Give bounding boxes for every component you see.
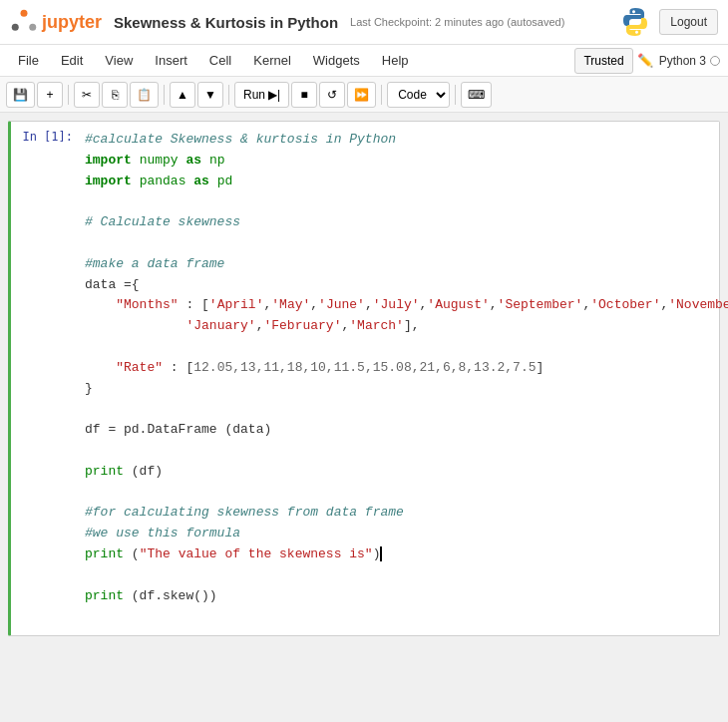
run-button[interactable]: Run ▶| bbox=[234, 82, 289, 108]
save-icon: 💾 bbox=[13, 88, 28, 102]
month-apr: 'April' bbox=[209, 297, 264, 312]
month-mar: 'March' bbox=[349, 318, 404, 333]
import-keyword-1: import bbox=[85, 153, 132, 168]
kernel-info: Python 3 bbox=[659, 54, 720, 68]
cell-type-select[interactable]: Code bbox=[387, 82, 450, 108]
svg-point-1 bbox=[29, 24, 36, 31]
print-skew-str: print ("The value of the skewness is") bbox=[85, 546, 382, 561]
plus-icon: + bbox=[46, 88, 53, 102]
month-may: 'May' bbox=[271, 297, 310, 312]
main-content: In [1]: #calculate Skewness & kurtosis i… bbox=[0, 113, 728, 722]
notebook-title: Skewness & Kurtosis in Python bbox=[114, 14, 338, 31]
topbar: jupyter Skewness & Kurtosis in Python La… bbox=[0, 0, 728, 45]
menu-view[interactable]: View bbox=[95, 49, 143, 72]
keyboard-shortcuts-button[interactable]: ⌨ bbox=[461, 82, 492, 108]
as-keyword-1: as bbox=[185, 153, 201, 168]
autosaved-text: (autosaved) bbox=[507, 16, 564, 28]
menubar-right: Trusted ✏️ Python 3 bbox=[574, 48, 720, 74]
comment-line-5: #we use this formula bbox=[85, 526, 240, 541]
move-down-button[interactable]: ▼ bbox=[197, 82, 223, 108]
menu-kernel[interactable]: Kernel bbox=[243, 49, 301, 72]
toolbar: 💾 + ✂ ⎘ 📋 ▲ ▼ Run ▶| ■ ↺ ⏩ Code ⌨ bbox=[0, 77, 728, 113]
separator-4 bbox=[381, 85, 382, 105]
kernel-status-circle bbox=[710, 56, 720, 66]
run-icon: ▶| bbox=[268, 88, 280, 102]
numpy-lib: numpy bbox=[140, 153, 179, 168]
month-jun: 'June' bbox=[318, 297, 365, 312]
interrupt-button[interactable]: ■ bbox=[291, 82, 317, 108]
pd-alias: pd bbox=[217, 174, 233, 188]
jupyter-text: jupyter bbox=[42, 12, 102, 33]
np-alias: np bbox=[209, 153, 225, 168]
comment-line-1: #calculate Skewness & kurtosis in Python bbox=[85, 132, 396, 147]
month-oct: 'October' bbox=[590, 297, 660, 312]
print-df: print (df) bbox=[85, 464, 163, 479]
menu-insert[interactable]: Insert bbox=[145, 49, 197, 72]
rate-vals: 12.05,13,11,18,10,11.5,15.08,21,6,8,13.2… bbox=[193, 360, 536, 375]
copy-button[interactable]: ⎘ bbox=[102, 82, 128, 108]
paste-button[interactable]: 📋 bbox=[130, 82, 159, 108]
separator-2 bbox=[164, 85, 165, 105]
comment-line-2: # Calculate skewness bbox=[85, 214, 240, 229]
menu-widgets[interactable]: Widgets bbox=[303, 49, 370, 72]
pandas-lib: pandas bbox=[140, 174, 186, 188]
checkpoint-text: Last Checkpoint: 2 minutes ago bbox=[350, 16, 504, 28]
month-feb: 'February' bbox=[263, 318, 341, 333]
months-key: "Months" bbox=[116, 297, 178, 312]
df-assign: df = pd.DataFrame (data) bbox=[85, 422, 271, 437]
menu-file[interactable]: File bbox=[8, 49, 49, 72]
svg-point-2 bbox=[12, 24, 19, 31]
menu-cell[interactable]: Cell bbox=[199, 49, 241, 72]
print-skew: print (df.skew()) bbox=[85, 588, 217, 603]
run-label: Run bbox=[243, 88, 265, 102]
trusted-badge: Trusted ✏️ bbox=[574, 48, 652, 74]
cell-code[interactable]: #calculate Skewness & kurtosis in Python… bbox=[81, 122, 728, 635]
edit-icon[interactable]: ✏️ bbox=[637, 53, 653, 68]
code-cell-1[interactable]: In [1]: #calculate Skewness & kurtosis i… bbox=[8, 121, 720, 636]
menu-edit[interactable]: Edit bbox=[51, 49, 93, 72]
add-cell-button[interactable]: + bbox=[37, 82, 63, 108]
month-nov: 'November' bbox=[668, 297, 728, 312]
data-var: data ={ bbox=[85, 277, 140, 292]
logout-button[interactable]: Logout bbox=[659, 9, 718, 35]
comment-line-3: #make a data frame bbox=[85, 256, 224, 271]
restart-button[interactable]: ↺ bbox=[319, 82, 345, 108]
month-jul: 'July' bbox=[373, 297, 420, 312]
jupyter-logo: jupyter bbox=[10, 8, 102, 36]
as-keyword-2: as bbox=[193, 174, 209, 188]
separator-5 bbox=[455, 85, 456, 105]
cell-row: In [1]: #calculate Skewness & kurtosis i… bbox=[11, 122, 719, 635]
comment-line-4: #for calculating skewness from data fram… bbox=[85, 505, 404, 520]
move-up-button[interactable]: ▲ bbox=[170, 82, 195, 108]
cut-button[interactable]: ✂ bbox=[74, 82, 100, 108]
svg-point-0 bbox=[21, 10, 28, 17]
month-aug: 'August' bbox=[427, 297, 489, 312]
trusted-button[interactable]: Trusted bbox=[574, 48, 632, 74]
rate-key: "Rate" bbox=[116, 360, 163, 375]
menu-help[interactable]: Help bbox=[372, 49, 419, 72]
menubar: File Edit View Insert Cell Kernel Widget… bbox=[0, 45, 728, 77]
month-jan: 'January' bbox=[185, 318, 255, 333]
restart-run-button[interactable]: ⏩ bbox=[347, 82, 376, 108]
save-button[interactable]: 💾 bbox=[6, 82, 35, 108]
checkpoint-info: Last Checkpoint: 2 minutes ago (autosave… bbox=[350, 16, 564, 28]
topbar-right: Logout bbox=[619, 6, 718, 38]
jupyter-spinner-icon bbox=[10, 8, 38, 36]
separator-3 bbox=[228, 85, 229, 105]
separator-1 bbox=[68, 85, 69, 105]
cell-prompt: In [1]: bbox=[11, 122, 81, 635]
python-logo-icon bbox=[619, 6, 651, 38]
month-sep: 'September' bbox=[498, 297, 583, 312]
kernel-name: Python 3 bbox=[659, 54, 706, 68]
import-keyword-2: import bbox=[85, 174, 132, 188]
